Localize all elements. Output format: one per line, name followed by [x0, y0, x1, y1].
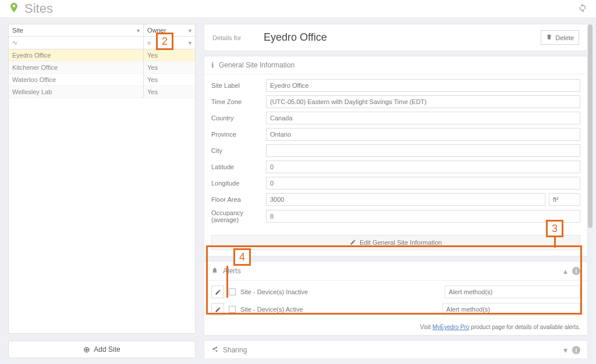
occupancy-input[interactable] [266, 210, 580, 223]
table-row[interactable]: Waterloo OfficeYes [9, 74, 195, 86]
sharing-section: Sharing ▾ i [204, 340, 588, 358]
delete-label: Delete [555, 34, 574, 41]
info-icon: ℹ [211, 61, 214, 69]
scrollbar-thumb[interactable] [588, 24, 593, 228]
site-label-input[interactable] [266, 79, 580, 92]
column-header-label: Site [12, 27, 23, 34]
floor-area-unit[interactable] [549, 193, 580, 206]
filter-caret-icon[interactable]: ▾ [185, 40, 191, 46]
collapse-icon[interactable]: ▴ [563, 266, 567, 276]
cell-site: Kitchener Office [9, 62, 144, 73]
field-label: Floor Area [211, 196, 266, 203]
filter-owner[interactable]: = ▾ [144, 37, 195, 49]
country-input[interactable] [266, 112, 580, 124]
city-input[interactable] [266, 144, 580, 157]
delete-button[interactable]: Delete [541, 30, 579, 45]
field-label: Time Zone [211, 98, 266, 105]
plus-icon: ⊕ [83, 345, 90, 354]
longitude-input[interactable] [266, 177, 580, 190]
filter-glyph: ∿ [12, 39, 140, 47]
cell-owner: Yes [144, 62, 195, 73]
share-icon [211, 346, 218, 355]
floor-area-input[interactable] [266, 193, 545, 206]
page-title: Sites [24, 1, 53, 16]
field-label: Site Label [211, 82, 266, 89]
alert-label: Site - Device(s) Active [240, 306, 303, 313]
alert-label: Site - Device(s) Inactive [240, 288, 308, 295]
table-row[interactable]: Wellesley LabYes [9, 86, 195, 98]
column-header-site[interactable]: Site ▾ [9, 24, 144, 36]
add-site-button[interactable]: ⊕ Add Site [8, 341, 196, 358]
field-label: Longitude [211, 180, 266, 187]
edit-alert-button[interactable] [211, 303, 224, 316]
cell-site: Wellesley Lab [9, 86, 144, 98]
bell-icon [211, 267, 218, 276]
sites-table: Site ▾ Owner ▾ ∿ = ▾ [8, 24, 196, 334]
cell-owner: Yes [144, 86, 195, 98]
details-title: Eyedro Office [264, 31, 327, 44]
field-label: Country [211, 115, 266, 122]
latitude-input[interactable] [266, 160, 580, 173]
edit-icon [350, 239, 356, 247]
alerts-section: Alerts ▴ i Site - Device(s) InactiveSite… [204, 261, 588, 336]
field-label: Occupancy (average) [211, 209, 266, 223]
filter-site[interactable]: ∿ [9, 37, 144, 49]
section-title: Alerts [223, 267, 241, 275]
cell-site: Eyedro Office [9, 49, 144, 61]
alerts-note-suffix: product page for details of available al… [469, 324, 580, 330]
alerts-note-prefix: Visit [420, 324, 432, 330]
province-input[interactable] [266, 128, 580, 141]
field-label: City [211, 147, 266, 154]
section-title: General Site Information [219, 61, 295, 69]
details-header: Details for Eyedro Office Delete [204, 24, 588, 51]
cell-owner: Yes [144, 74, 195, 85]
column-header-label: Owner [147, 27, 166, 34]
alert-method-input[interactable] [442, 303, 580, 316]
column-header-owner[interactable]: Owner ▾ [144, 24, 195, 36]
add-site-label: Add Site [94, 345, 120, 354]
alert-checkbox[interactable] [229, 288, 236, 295]
expand-icon[interactable]: ▾ [563, 345, 567, 355]
sort-caret-icon[interactable]: ▾ [133, 27, 140, 34]
info-icon[interactable]: i [572, 267, 580, 275]
sort-caret-icon[interactable]: ▾ [185, 27, 191, 34]
myeyedro-pro-link[interactable]: MyEyedro Pro [432, 324, 469, 330]
alert-checkbox[interactable] [229, 306, 236, 313]
refresh-icon[interactable] [577, 2, 588, 16]
section-title: Sharing [223, 346, 247, 354]
trash-icon [546, 34, 552, 41]
location-pin-icon [8, 2, 20, 16]
scrollbar[interactable] [588, 24, 594, 362]
cell-owner: Yes [144, 49, 195, 61]
details-for-label: Details for [212, 34, 264, 41]
alert-row: Site - Device(s) Inactive [211, 286, 580, 298]
alert-method-input[interactable] [445, 286, 580, 298]
cell-site: Waterloo Office [9, 74, 144, 85]
info-icon[interactable]: i [572, 346, 580, 354]
edit-general-label: Edit General Site Information [360, 239, 442, 246]
edit-general-button[interactable]: Edit General Site Information [211, 235, 580, 250]
timezone-input[interactable] [266, 95, 580, 108]
field-label: Latitude [211, 163, 266, 170]
table-row[interactable]: Eyedro OfficeYes [9, 49, 195, 62]
filter-glyph: = [147, 40, 185, 47]
alert-row: Site - Device(s) Active [211, 303, 580, 316]
general-info-section: ℹ General Site Information Site Label Ti… [204, 56, 588, 256]
field-label: Province [211, 131, 266, 138]
table-row[interactable]: Kitchener OfficeYes [9, 62, 195, 74]
edit-alert-button[interactable] [211, 286, 224, 298]
